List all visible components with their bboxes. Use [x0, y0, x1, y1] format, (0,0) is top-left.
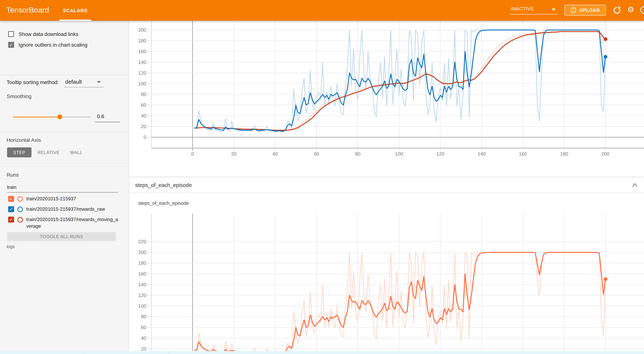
show-download-links-label: Show data download links	[18, 31, 78, 37]
svg-text:200: 200	[138, 27, 146, 33]
tensorboard-app: TensorBoard SCALARS INACTIVE UPLOAD ⚙	[0, 0, 644, 354]
status-value: INACTIVE	[511, 6, 534, 12]
svg-text:120: 120	[436, 151, 444, 157]
run-label: train/20201015-215937/rewards_raw	[26, 206, 118, 212]
svg-text:120: 120	[138, 292, 146, 298]
axis-relative-button[interactable]: RELATIVE	[35, 148, 62, 157]
help-icon[interactable]	[640, 6, 644, 14]
svg-text:60: 60	[141, 102, 146, 108]
tab-scalars[interactable]: SCALARS	[59, 0, 91, 21]
chart2-title: steps_of_each_episode	[138, 200, 189, 206]
svg-text:0: 0	[144, 134, 146, 140]
gear-icon: ⚙	[627, 5, 634, 14]
smoothing-label: Smoothing	[7, 93, 32, 99]
sidebar: Show data download links ✓ Ignore outlie…	[0, 21, 129, 354]
svg-text:160: 160	[519, 151, 527, 157]
info-icon	[570, 7, 576, 13]
ignore-outliers-label: Ignore outliers in chart scaling	[18, 42, 88, 48]
ignore-outliers-checkbox-row[interactable]: ✓ Ignore outliers in chart scaling	[8, 42, 88, 48]
app-header: TensorBoard SCALARS INACTIVE UPLOAD ⚙	[0, 0, 644, 21]
svg-text:40: 40	[272, 151, 278, 157]
axis-wall-button[interactable]: WALL	[66, 148, 87, 157]
divider	[0, 166, 129, 166]
svg-text:140: 140	[478, 151, 486, 157]
svg-text:180: 180	[560, 151, 568, 157]
svg-text:120: 120	[138, 70, 146, 76]
run-list-item[interactable]: ✓train/20201015-215937/rewards_raw	[8, 206, 118, 212]
svg-text:160: 160	[138, 271, 146, 276]
svg-text:220: 220	[138, 239, 146, 244]
svg-text:0: 0	[191, 151, 194, 157]
main-content: 0204060801001201401601802000204060801001…	[129, 21, 644, 354]
svg-text:200: 200	[138, 250, 146, 255]
run-label: train/20201015-215937/rewards_moving_ave…	[26, 216, 118, 229]
svg-text:20: 20	[231, 151, 237, 157]
svg-text:60: 60	[141, 324, 146, 330]
run-color-ring-icon[interactable]	[18, 206, 23, 212]
section-header[interactable]: steps_of_each_episode	[129, 177, 644, 193]
settings-button[interactable]: ⚙	[627, 6, 636, 14]
run-checkbox[interactable]: ✓	[8, 206, 14, 212]
smoothing-slider-fill	[13, 117, 60, 118]
smoothing-value-field[interactable]: 0.6	[95, 113, 120, 122]
horizontal-axis-label: Horizontal Axis	[7, 137, 41, 143]
smoothing-slider-thumb[interactable]	[58, 114, 62, 119]
divider	[0, 131, 129, 132]
svg-text:40: 40	[141, 335, 146, 341]
svg-text:180: 180	[138, 38, 146, 44]
section-title: steps_of_each_episode	[135, 182, 192, 188]
svg-text:60: 60	[314, 151, 319, 157]
svg-text:40: 40	[141, 113, 146, 118]
refresh-icon	[613, 6, 621, 14]
svg-text:180: 180	[138, 260, 146, 266]
upload-button[interactable]: UPLOAD	[564, 5, 606, 16]
svg-text:80: 80	[355, 151, 360, 157]
logs-label: logs	[7, 244, 15, 249]
status-dropdown[interactable]: INACTIVE	[510, 4, 558, 14]
strip-tick	[84, 351, 84, 354]
upload-button-label: UPLOAD	[579, 8, 600, 13]
refresh-button[interactable]	[613, 6, 621, 14]
svg-text:100: 100	[395, 151, 403, 157]
strip-tick	[168, 351, 169, 354]
svg-text:80: 80	[141, 92, 146, 97]
run-color-ring-icon[interactable]	[18, 217, 23, 222]
checkbox-unchecked-icon[interactable]	[8, 31, 14, 37]
axis-step-button[interactable]: STEP	[7, 148, 32, 157]
svg-text:140: 140	[138, 60, 146, 65]
run-filter-input[interactable]	[7, 184, 118, 192]
chevron-up-icon[interactable]	[631, 182, 639, 188]
app-title: TensorBoard	[6, 6, 49, 14]
tab-active-underline	[59, 20, 91, 21]
svg-text:80: 80	[141, 314, 146, 320]
run-checkbox[interactable]: ✓	[8, 216, 14, 222]
chevron-down-icon	[97, 81, 101, 83]
chevron-down-icon	[552, 8, 556, 11]
tooltip-sorting-label: Tooltip sorting method:	[7, 79, 59, 85]
toggle-all-runs-button[interactable]: TOGGLE ALL RUNS	[7, 232, 116, 241]
svg-text:100: 100	[138, 303, 146, 309]
checkbox-checked-icon[interactable]: ✓	[8, 42, 14, 48]
show-download-links-checkbox-row[interactable]: Show data download links	[8, 31, 78, 37]
run-checkbox[interactable]: ✓	[8, 196, 14, 202]
smoothing-slider[interactable]	[13, 117, 91, 118]
run-list-item[interactable]: ✓train/20201015-215937/rewards_moving_av…	[8, 216, 118, 229]
runs-label: Runs	[7, 172, 19, 178]
chart1-svg[interactable]: 0204060801001201401601802000204060801001…	[129, 21, 644, 177]
svg-text:140: 140	[138, 282, 146, 287]
svg-text:160: 160	[138, 49, 146, 54]
chart2-svg[interactable]: 020406080100120140160180200220	[129, 214, 644, 354]
run-list-item[interactable]: ✓train/20201015-215937	[8, 196, 118, 202]
run-color-ring-icon[interactable]	[18, 196, 23, 202]
svg-text:20: 20	[141, 124, 146, 129]
svg-text:20: 20	[141, 346, 146, 352]
run-label: train/20201015-215937	[26, 196, 118, 202]
divider	[0, 75, 129, 75]
bottom-selection-strip	[0, 351, 644, 354]
svg-text:200: 200	[602, 151, 609, 157]
svg-text:100: 100	[138, 81, 146, 86]
tab-scalars-label: SCALARS	[63, 8, 88, 13]
